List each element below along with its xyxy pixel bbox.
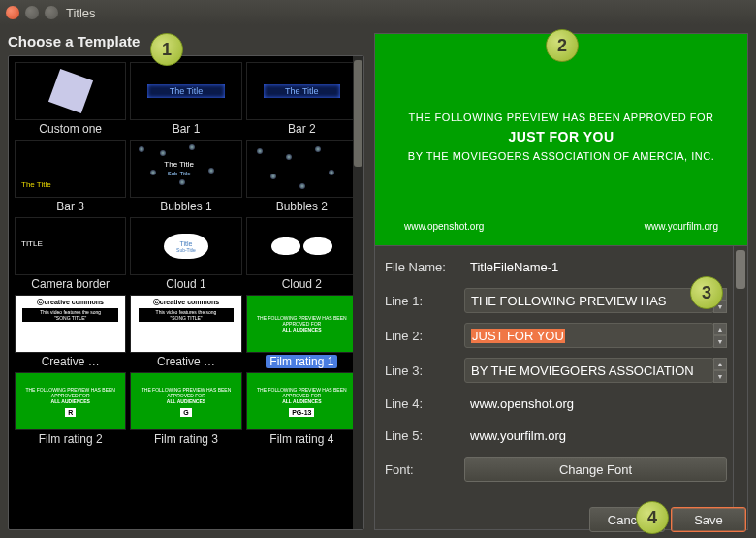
template-label: Cloud 2: [248, 277, 355, 291]
line2-stepper[interactable]: ▲▼: [713, 323, 727, 348]
template-grid: Custom one The Title Bar 1 The Title Bar…: [8, 55, 364, 530]
form-scrollbar[interactable]: [733, 246, 747, 529]
line3-label: Line 3:: [385, 364, 455, 378]
choose-template-heading: Choose a Template: [8, 33, 364, 49]
preview-line1: THE FOLLOWING PREVIEW HAS BEEN APPROVED …: [375, 111, 747, 123]
template-thumb: ⓒcreative commonsThis video features the…: [130, 295, 241, 353]
template-item[interactable]: The Title Bar 2: [246, 62, 358, 136]
preview-line5: www.yourfilm.org: [645, 221, 718, 232]
template-label: Film rating 2: [17, 432, 124, 446]
minimize-icon[interactable]: [25, 6, 39, 19]
template-item[interactable]: Custom one: [15, 62, 126, 136]
template-thumb: ⓒcreative commonsThis video features the…: [15, 295, 126, 353]
template-item[interactable]: THE FOLLOWING PREVIEW HAS BEEN APPROVED …: [246, 372, 358, 446]
line4-label: Line 4:: [385, 396, 455, 411]
template-label: Bar 1: [133, 122, 239, 136]
title-preview: THE FOLLOWING PREVIEW HAS BEEN APPROVED …: [374, 33, 748, 246]
template-label: Film rating 3: [133, 432, 239, 446]
template-thumb: [246, 140, 358, 198]
filename-label: File Name:: [385, 260, 455, 274]
maximize-icon[interactable]: [45, 6, 58, 19]
template-label: Camera border: [17, 277, 124, 291]
template-item[interactable]: TITLE Camera border: [15, 217, 126, 291]
line1-label: Line 1:: [385, 294, 455, 308]
template-item[interactable]: Bubbles 2: [246, 140, 358, 213]
template-thumb: TITLE: [15, 217, 126, 275]
template-thumb: The Title: [130, 62, 241, 120]
template-thumb: THE FOLLOWING PREVIEW HAS BEEN APPROVED …: [246, 295, 358, 353]
template-label: Bar 2: [248, 122, 355, 136]
stepper-down-icon[interactable]: ▼: [713, 335, 727, 348]
save-button[interactable]: Save: [671, 507, 746, 532]
stepper-up-icon[interactable]: ▲: [713, 323, 727, 335]
line5-label: Line 5:: [385, 428, 455, 443]
template-label: Bubbles 1: [133, 200, 239, 213]
template-label: Bubbles 2: [248, 200, 355, 213]
preview-line3: BY THE MOVIEGOERS ASSOCIATION OF AMERCIA…: [375, 150, 747, 162]
change-font-button[interactable]: Change Font: [464, 457, 727, 482]
callout-1: 1: [150, 33, 183, 66]
template-label: Bar 3: [17, 200, 124, 213]
window-title: Titles: [66, 6, 96, 20]
template-label: Creative …: [133, 355, 239, 368]
template-item[interactable]: THE FOLLOWING PREVIEW HAS BEEN APPROVED …: [15, 372, 126, 446]
template-thumb: THE FOLLOWING PREVIEW HAS BEEN APPROVED …: [130, 372, 241, 430]
template-scrollbar[interactable]: [353, 56, 363, 529]
template-thumb: The TitleSub-Title: [130, 140, 241, 198]
template-item[interactable]: ⓒcreative commonsThis video features the…: [130, 295, 241, 368]
filename-value[interactable]: TitleFileName-1: [464, 256, 564, 278]
template-label: Custom one: [17, 122, 124, 136]
line2-label: Line 2:: [385, 329, 455, 343]
template-label: Film rating 1: [248, 355, 355, 368]
template-item[interactable]: Cloud 2: [246, 217, 358, 291]
template-thumb: The Title: [246, 62, 358, 120]
preview-line2: JUST FOR YOU: [375, 129, 747, 144]
template-item[interactable]: THE FOLLOWING PREVIEW HAS BEEN APPROVED …: [130, 372, 241, 446]
template-item[interactable]: THE FOLLOWING PREVIEW HAS BEEN APPROVED …: [246, 295, 358, 368]
callout-3: 3: [690, 276, 723, 309]
line3-input[interactable]: [464, 358, 714, 383]
preview-line4: www.openshot.org: [404, 221, 484, 232]
callout-4: 4: [636, 501, 669, 534]
template-item[interactable]: The Title Bar 1: [130, 62, 241, 136]
template-item[interactable]: ⓒcreative commonsThis video features the…: [15, 295, 126, 368]
stepper-up-icon[interactable]: ▲: [713, 358, 727, 370]
close-icon[interactable]: [6, 6, 19, 19]
template-thumb: TitleSub-Title: [130, 217, 241, 275]
window-buttons: [6, 6, 58, 19]
line4-value[interactable]: www.openshot.org: [464, 393, 580, 415]
template-thumb: [15, 62, 126, 120]
template-label: Creative …: [17, 355, 124, 368]
titlebar: Titles: [0, 0, 756, 25]
line2-input[interactable]: JUST FOR YOU: [464, 323, 714, 348]
font-label: Font:: [385, 462, 455, 477]
template-item[interactable]: The TitleSub-Title Bubbles 1: [130, 140, 241, 213]
template-thumb: THE FOLLOWING PREVIEW HAS BEEN APPROVED …: [15, 372, 126, 430]
line1-input[interactable]: [464, 288, 714, 313]
template-thumb: [246, 217, 358, 275]
template-item[interactable]: The Title Bar 3: [15, 140, 126, 213]
line5-value[interactable]: www.yourfilm.org: [464, 425, 572, 447]
line3-stepper[interactable]: ▲▼: [713, 358, 727, 383]
template-item[interactable]: TitleSub-Title Cloud 1: [130, 217, 241, 291]
callout-2: 2: [546, 29, 579, 62]
stepper-down-icon[interactable]: ▼: [713, 370, 727, 383]
template-thumb: The Title: [15, 140, 126, 198]
template-label: Cloud 1: [133, 277, 239, 291]
template-thumb: THE FOLLOWING PREVIEW HAS BEEN APPROVED …: [246, 372, 358, 430]
template-label: Film rating 4: [248, 432, 355, 446]
